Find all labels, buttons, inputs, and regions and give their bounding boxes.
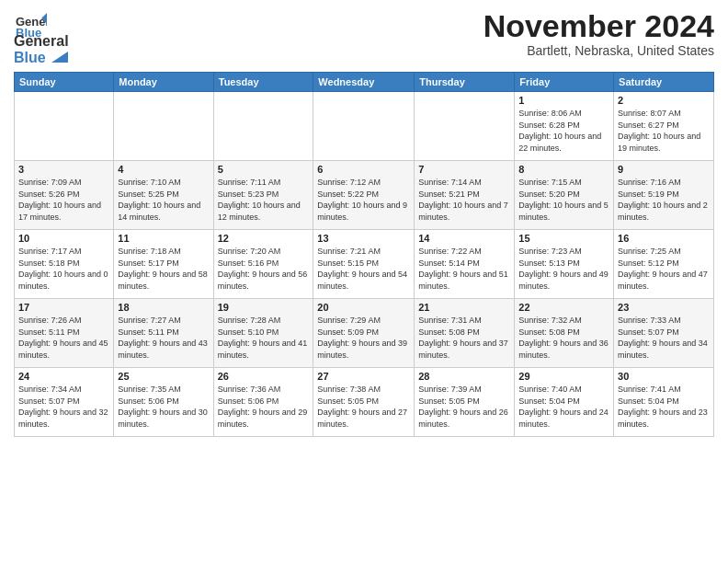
day-info: Sunrise: 7:25 AM Sunset: 5:12 PM Dayligh… bbox=[618, 246, 710, 292]
calendar-cell: 22Sunrise: 7:32 AM Sunset: 5:08 PM Dayli… bbox=[515, 299, 614, 368]
calendar-cell: 11Sunrise: 7:18 AM Sunset: 5:17 PM Dayli… bbox=[114, 230, 213, 299]
day-number: 9 bbox=[618, 164, 710, 175]
calendar-cell: 4Sunrise: 7:10 AM Sunset: 5:25 PM Daylig… bbox=[114, 161, 213, 230]
logo-chevron-icon bbox=[51, 52, 68, 63]
week-row-1: 1Sunrise: 8:06 AM Sunset: 6:28 PM Daylig… bbox=[15, 92, 714, 161]
calendar-cell: 17Sunrise: 7:26 AM Sunset: 5:11 PM Dayli… bbox=[15, 299, 114, 368]
day-info: Sunrise: 7:14 AM Sunset: 5:21 PM Dayligh… bbox=[418, 177, 510, 223]
calendar-cell bbox=[114, 92, 213, 161]
calendar-cell: 10Sunrise: 7:17 AM Sunset: 5:18 PM Dayli… bbox=[15, 230, 114, 299]
calendar-cell: 9Sunrise: 7:16 AM Sunset: 5:19 PM Daylig… bbox=[614, 161, 714, 230]
day-info: Sunrise: 7:09 AM Sunset: 5:26 PM Dayligh… bbox=[18, 177, 109, 223]
day-number: 24 bbox=[18, 371, 109, 382]
day-info: Sunrise: 7:40 AM Sunset: 5:04 PM Dayligh… bbox=[518, 384, 609, 430]
day-number: 14 bbox=[418, 233, 510, 244]
header-wednesday: Wednesday bbox=[313, 73, 415, 92]
day-info: Sunrise: 7:20 AM Sunset: 5:16 PM Dayligh… bbox=[218, 246, 310, 292]
calendar-cell bbox=[313, 92, 415, 161]
calendar-cell bbox=[415, 92, 515, 161]
day-number: 16 bbox=[618, 233, 710, 244]
calendar-cell: 16Sunrise: 7:25 AM Sunset: 5:12 PM Dayli… bbox=[614, 230, 714, 299]
day-info: Sunrise: 7:29 AM Sunset: 5:09 PM Dayligh… bbox=[317, 315, 410, 361]
header-friday: Friday bbox=[515, 73, 614, 92]
day-info: Sunrise: 7:39 AM Sunset: 5:05 PM Dayligh… bbox=[418, 384, 510, 430]
day-number: 15 bbox=[518, 233, 609, 244]
calendar-cell: 8Sunrise: 7:15 AM Sunset: 5:20 PM Daylig… bbox=[515, 161, 614, 230]
day-info: Sunrise: 7:34 AM Sunset: 5:07 PM Dayligh… bbox=[18, 384, 109, 430]
day-info: Sunrise: 7:17 AM Sunset: 5:18 PM Dayligh… bbox=[18, 246, 109, 292]
day-number: 28 bbox=[418, 371, 510, 382]
day-number: 10 bbox=[18, 233, 109, 244]
week-row-2: 3Sunrise: 7:09 AM Sunset: 5:26 PM Daylig… bbox=[15, 161, 714, 230]
day-number: 17 bbox=[18, 302, 109, 313]
day-info: Sunrise: 7:31 AM Sunset: 5:08 PM Dayligh… bbox=[418, 315, 510, 361]
calendar-cell bbox=[213, 92, 313, 161]
day-info: Sunrise: 7:27 AM Sunset: 5:11 PM Dayligh… bbox=[118, 315, 209, 361]
calendar-cell: 13Sunrise: 7:21 AM Sunset: 5:15 PM Dayli… bbox=[313, 230, 415, 299]
day-info: Sunrise: 7:28 AM Sunset: 5:10 PM Dayligh… bbox=[218, 315, 310, 361]
calendar-cell: 30Sunrise: 7:41 AM Sunset: 5:04 PM Dayli… bbox=[614, 368, 714, 437]
calendar-cell: 20Sunrise: 7:29 AM Sunset: 5:09 PM Dayli… bbox=[313, 299, 415, 368]
svg-marker-3 bbox=[51, 52, 68, 63]
header: General Blue General Blue November 2024 … bbox=[14, 9, 714, 66]
header-monday: Monday bbox=[114, 73, 213, 92]
header-saturday: Saturday bbox=[614, 73, 714, 92]
calendar-cell: 7Sunrise: 7:14 AM Sunset: 5:21 PM Daylig… bbox=[415, 161, 515, 230]
day-info: Sunrise: 7:36 AM Sunset: 5:06 PM Dayligh… bbox=[218, 384, 310, 430]
day-number: 2 bbox=[618, 95, 710, 106]
header-thursday: Thursday bbox=[415, 73, 515, 92]
calendar-cell: 12Sunrise: 7:20 AM Sunset: 5:16 PM Dayli… bbox=[213, 230, 313, 299]
day-number: 20 bbox=[317, 302, 410, 313]
calendar-cell: 27Sunrise: 7:38 AM Sunset: 5:05 PM Dayli… bbox=[313, 368, 415, 437]
calendar-table: Sunday Monday Tuesday Wednesday Thursday… bbox=[14, 72, 714, 437]
calendar-cell: 2Sunrise: 8:07 AM Sunset: 6:27 PM Daylig… bbox=[614, 92, 714, 161]
day-number: 4 bbox=[118, 164, 209, 175]
page-container: General Blue General Blue November 2024 … bbox=[0, 0, 728, 442]
day-info: Sunrise: 7:41 AM Sunset: 5:04 PM Dayligh… bbox=[618, 384, 710, 430]
day-number: 6 bbox=[317, 164, 410, 175]
day-info: Sunrise: 7:35 AM Sunset: 5:06 PM Dayligh… bbox=[118, 384, 209, 430]
calendar-cell: 3Sunrise: 7:09 AM Sunset: 5:26 PM Daylig… bbox=[15, 161, 114, 230]
calendar-cell: 21Sunrise: 7:31 AM Sunset: 5:08 PM Dayli… bbox=[415, 299, 515, 368]
header-sunday: Sunday bbox=[15, 73, 114, 92]
day-number: 3 bbox=[18, 164, 109, 175]
day-info: Sunrise: 7:38 AM Sunset: 5:05 PM Dayligh… bbox=[317, 384, 410, 430]
day-info: Sunrise: 7:22 AM Sunset: 5:14 PM Dayligh… bbox=[418, 246, 510, 292]
calendar-cell bbox=[15, 92, 114, 161]
header-tuesday: Tuesday bbox=[213, 73, 313, 92]
day-info: Sunrise: 7:16 AM Sunset: 5:19 PM Dayligh… bbox=[618, 177, 710, 223]
day-number: 26 bbox=[218, 371, 310, 382]
day-info: Sunrise: 7:33 AM Sunset: 5:07 PM Dayligh… bbox=[618, 315, 710, 361]
calendar-cell: 14Sunrise: 7:22 AM Sunset: 5:14 PM Dayli… bbox=[415, 230, 515, 299]
day-info: Sunrise: 8:07 AM Sunset: 6:27 PM Dayligh… bbox=[618, 108, 710, 154]
day-number: 19 bbox=[218, 302, 310, 313]
calendar-cell: 28Sunrise: 7:39 AM Sunset: 5:05 PM Dayli… bbox=[415, 368, 515, 437]
calendar-cell: 25Sunrise: 7:35 AM Sunset: 5:06 PM Dayli… bbox=[114, 368, 213, 437]
day-number: 12 bbox=[218, 233, 310, 244]
day-number: 5 bbox=[218, 164, 310, 175]
day-number: 1 bbox=[518, 95, 609, 106]
calendar-cell: 6Sunrise: 7:12 AM Sunset: 5:22 PM Daylig… bbox=[313, 161, 415, 230]
day-info: Sunrise: 7:11 AM Sunset: 5:23 PM Dayligh… bbox=[218, 177, 310, 223]
weekday-header-row: Sunday Monday Tuesday Wednesday Thursday… bbox=[15, 73, 714, 92]
week-row-4: 17Sunrise: 7:26 AM Sunset: 5:11 PM Dayli… bbox=[15, 299, 714, 368]
title-block: November 2024 Bartlett, Nebraska, United… bbox=[483, 9, 714, 58]
day-number: 27 bbox=[317, 371, 410, 382]
calendar-cell: 23Sunrise: 7:33 AM Sunset: 5:07 PM Dayli… bbox=[614, 299, 714, 368]
day-info: Sunrise: 7:32 AM Sunset: 5:08 PM Dayligh… bbox=[518, 315, 609, 361]
day-info: Sunrise: 7:10 AM Sunset: 5:25 PM Dayligh… bbox=[118, 177, 209, 223]
logo: General Blue General Blue bbox=[14, 9, 69, 66]
day-number: 11 bbox=[118, 233, 209, 244]
calendar-cell: 26Sunrise: 7:36 AM Sunset: 5:06 PM Dayli… bbox=[213, 368, 313, 437]
logo-general: General bbox=[14, 33, 69, 49]
day-info: Sunrise: 7:21 AM Sunset: 5:15 PM Dayligh… bbox=[317, 246, 410, 292]
day-number: 23 bbox=[618, 302, 710, 313]
logo-blue: Blue bbox=[14, 50, 46, 65]
day-number: 13 bbox=[317, 233, 410, 244]
day-info: Sunrise: 7:23 AM Sunset: 5:13 PM Dayligh… bbox=[518, 246, 609, 292]
day-info: Sunrise: 7:12 AM Sunset: 5:22 PM Dayligh… bbox=[317, 177, 410, 223]
day-number: 29 bbox=[518, 371, 609, 382]
location: Bartlett, Nebraska, United States bbox=[483, 43, 714, 58]
day-number: 8 bbox=[518, 164, 609, 175]
month-year: November 2024 bbox=[483, 9, 714, 43]
